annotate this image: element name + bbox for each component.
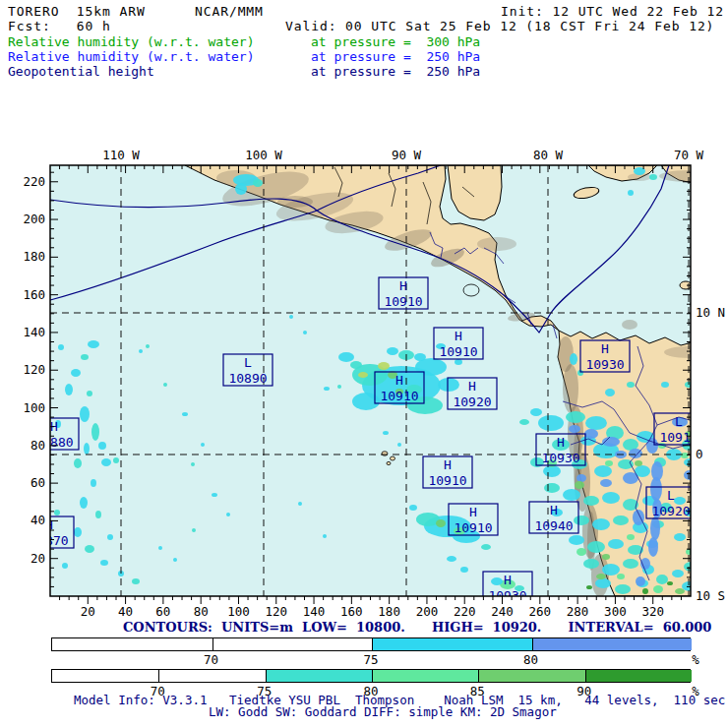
top-axis-label: 100 W — [245, 148, 282, 162]
left-axis-label: 20 — [30, 551, 45, 566]
bottom-axis-label: 240 — [491, 604, 514, 619]
rh-patch — [715, 574, 723, 579]
colorbar-segment — [372, 638, 532, 650]
rh-patch — [684, 458, 696, 466]
rh-patch — [635, 460, 642, 466]
colorbar-rh-300hPa — [51, 669, 691, 683]
hl-marker-value: 10910 — [659, 430, 698, 445]
bottom-axis-label: 120 — [265, 604, 287, 619]
rh-patch — [698, 505, 708, 511]
bottom-axis-label: 180 — [378, 604, 400, 619]
rh-patch — [226, 513, 230, 516]
colorbar-unit-label: % — [686, 652, 705, 667]
hl-marker-letter: H — [504, 573, 512, 587]
rh-patch — [592, 518, 610, 530]
bottom-axis-label: 100 — [227, 604, 250, 619]
rh-patch — [298, 502, 302, 506]
rh-patch — [132, 578, 140, 584]
rh-patch — [602, 554, 610, 560]
top-axis-label: 70 W — [674, 148, 704, 162]
rh-patch — [438, 378, 459, 392]
bottom-axis-label: 280 — [567, 604, 589, 619]
rh-patch — [387, 347, 398, 355]
hl-marker-value: 10930 — [541, 451, 579, 465]
rh-patch — [584, 429, 598, 439]
rh-patch — [684, 470, 696, 480]
rh-patch — [613, 516, 629, 525]
rh-patch — [650, 477, 662, 501]
hl-marker-value: 10910 — [428, 473, 466, 488]
rh-patch — [700, 464, 710, 472]
rh-patch — [337, 385, 341, 389]
left-axis-label: 60 — [30, 475, 45, 490]
rh-patch — [352, 393, 380, 410]
rh-patch — [113, 457, 119, 463]
hl-marker-letter: L — [675, 414, 683, 429]
hl-marker-letter: H — [455, 329, 462, 343]
right-axis-label: 10 N — [696, 305, 725, 320]
rh-patch — [491, 577, 503, 585]
rh-patch — [575, 481, 584, 489]
rh-patch — [414, 353, 426, 361]
rh-patch — [705, 547, 713, 553]
hl-marker-value: 10870 — [30, 533, 68, 548]
rh-patch — [605, 389, 615, 396]
bottom-axis-label: 320 — [641, 604, 664, 619]
rh-patch — [455, 359, 462, 365]
rh-patch — [605, 460, 613, 466]
rh-patch — [569, 535, 584, 545]
colorbar-tick — [585, 670, 586, 682]
bottom-axis-label: 200 — [416, 604, 439, 619]
rh-patch — [636, 576, 645, 586]
rh-patch — [696, 429, 711, 441]
rh-patch — [704, 533, 714, 541]
rh-patch — [378, 362, 390, 370]
rh-patch — [686, 549, 694, 555]
rh-patch — [576, 548, 586, 556]
colorbar-tick-label: 70 — [192, 652, 231, 667]
rh-patch — [58, 344, 64, 350]
rh-patch — [101, 458, 111, 466]
rh-patch — [628, 190, 634, 196]
colorbar-rh-250hPa — [51, 637, 691, 651]
rh-patch — [88, 340, 99, 348]
rh-patch — [672, 570, 684, 577]
rh-patch — [720, 549, 728, 555]
rh-patch — [436, 519, 446, 527]
rh-patch — [627, 534, 635, 540]
rh-patch — [481, 544, 491, 550]
rh-patch — [574, 516, 589, 525]
rh-patch — [383, 431, 389, 435]
left-axis-label: 160 — [23, 287, 45, 302]
rh-patch — [538, 415, 564, 431]
rh-patch — [674, 533, 686, 541]
rh-patch — [519, 419, 529, 425]
rh-patch — [65, 384, 73, 395]
rh-patch — [617, 574, 625, 579]
rh-patch — [628, 545, 643, 555]
bottom-axis-label: 80 — [194, 604, 209, 619]
hl-marker-value: 10910 — [439, 344, 477, 359]
right-axis-label: 0 — [696, 447, 703, 461]
rh-patch — [182, 412, 188, 416]
rh-patch — [656, 575, 668, 584]
colorbar-segment — [585, 670, 692, 682]
hl-marker-value: 10910 — [384, 294, 422, 309]
colorbar-segment — [372, 670, 478, 682]
rh-patch — [530, 408, 542, 416]
rh-patch — [95, 511, 101, 518]
contours-caption: CONTOURS: UNITS=m LOW= 10800. HIGH= 1092… — [123, 620, 711, 635]
rh-patch — [661, 382, 669, 388]
rh-patch — [623, 559, 638, 569]
bottom-axis-label: 20 — [81, 604, 95, 619]
rh-patch — [586, 585, 592, 589]
hl-marker-letter: L — [667, 488, 675, 503]
rh-patch — [397, 443, 401, 447]
colorbar-tick-label: 80 — [512, 652, 551, 667]
rh-patch — [85, 545, 94, 553]
left-axis-label: 100 — [23, 400, 45, 415]
hl-marker-letter: H — [395, 373, 403, 388]
rh-patch — [173, 558, 177, 562]
hl-marker-value: 10930 — [585, 357, 624, 372]
rh-patch — [81, 354, 89, 360]
